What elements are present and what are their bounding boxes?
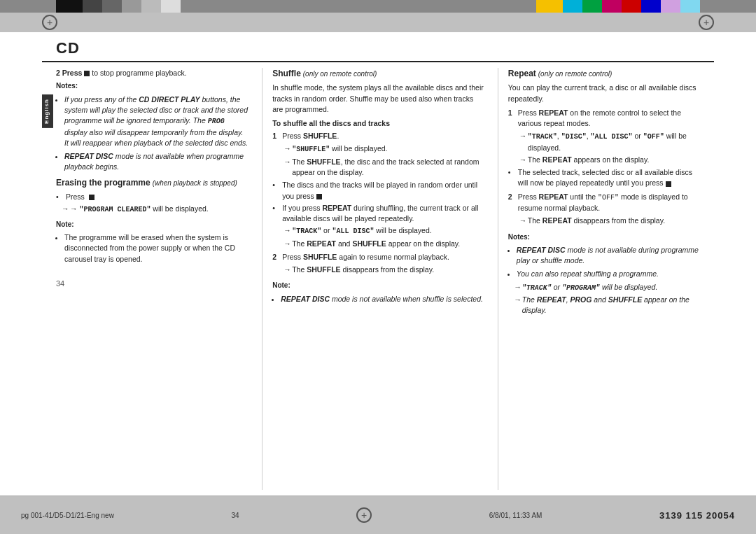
shuffle-bullet1: • The discs and the tracks will be playe… bbox=[272, 180, 484, 201]
repeat-title: Repeat bbox=[508, 69, 536, 78]
registration-area bbox=[0, 13, 756, 32]
repeat-note-2: You can also repeat shuffling a programm… bbox=[517, 269, 700, 279]
center-column: Shuffle (only on remote control) In shuf… bbox=[262, 68, 484, 490]
footer-product-code: 3139 115 20054 bbox=[659, 510, 735, 521]
shuffle-title: Shuffle bbox=[272, 69, 301, 78]
left-column: 2 Press to stop programme playback. Note… bbox=[56, 68, 248, 490]
erasing-subtitle: (when playback is stopped) bbox=[153, 179, 237, 187]
arrow-repeat-disappears: → The REPEAT disappears from the display… bbox=[519, 216, 700, 226]
color-bars bbox=[536, 0, 700, 13]
repeat-step2-arrow: → The REPEAT disappears from the display… bbox=[519, 216, 700, 226]
stop-icon-4 bbox=[666, 181, 671, 187]
repeat-step1: 1 Press REPEAT on the remote control to … bbox=[508, 108, 700, 129]
erasing-note-1: The programme will be erased when the sy… bbox=[64, 232, 248, 265]
black-bar bbox=[56, 0, 83, 13]
erasing-section: Erasing the programme (when playback is … bbox=[56, 177, 248, 265]
notes-label: Notes: bbox=[56, 81, 248, 92]
arrow-track-disc-alldisc: → "TRACK", "DISC", "ALL DISC" or "OFF" w… bbox=[519, 131, 700, 153]
erasing-bullet: • Press bbox=[56, 192, 248, 202]
footer-reg-mark: + bbox=[356, 507, 372, 523]
light-purple-bar bbox=[661, 0, 680, 13]
cyan-bar bbox=[563, 0, 582, 13]
note-label: Note: bbox=[56, 220, 248, 230]
shuffle-subtitle: (only on remote control) bbox=[303, 70, 377, 78]
shuffle-bullet2: • If you press REPEAT during shuffling, … bbox=[272, 203, 484, 224]
footer-bar: pg 001-41/D5-D1/21-Eng new 34 + 6/8/01, … bbox=[0, 496, 756, 534]
stop-icon-3 bbox=[316, 194, 322, 199]
red-bar bbox=[622, 0, 641, 13]
repeat-notes: Notes: REPEAT DISC mode is not available… bbox=[508, 232, 700, 316]
press2-line: 2 Press to stop programme playback. bbox=[56, 68, 248, 78]
shuffle-note: Note: REPEAT DISC mode is not available … bbox=[272, 281, 484, 304]
note-2: REPEAT DISC mode is not available when p… bbox=[64, 151, 248, 172]
repeat-step1-arrows: → "TRACK", "DISC", "ALL DISC" or "OFF" w… bbox=[519, 131, 700, 165]
arrow-shuffle-disc-track: → The SHUFFLE, the disc and the track se… bbox=[284, 157, 484, 178]
program-cleared-arrow: → "PROGRAM CLEARED" will be displayed. bbox=[70, 204, 248, 216]
erasing-title-line: Erasing the programme (when playback is … bbox=[56, 177, 248, 189]
mid-gray-bar bbox=[102, 0, 122, 13]
press-label: Press bbox=[66, 192, 85, 201]
shuffle-repeat-arrows: → "TRACK" or "ALL DISC" will be displaye… bbox=[284, 225, 484, 249]
arrow-repeat-prog-shuffle: → The REPEAT, PROG and SHUFFLE appear on… bbox=[514, 295, 700, 316]
stop-icon-1 bbox=[84, 71, 90, 76]
reg-mark-left bbox=[42, 15, 57, 30]
page-number-left: 34 bbox=[56, 279, 248, 290]
dark-gray-bar bbox=[83, 0, 102, 13]
press2-text: to stop programme playback. bbox=[92, 69, 186, 77]
repeat-note-arrows: → "TRACK" or "PROGRAM" will be displayed… bbox=[514, 282, 700, 316]
erasing-title: Erasing the programme bbox=[56, 178, 150, 188]
page-title: CD bbox=[56, 39, 80, 57]
main-content: CD 2 Press to stop programme playback. N… bbox=[0, 32, 756, 496]
repeat-notes-list: REPEAT DISC mode is not available during… bbox=[517, 245, 700, 279]
language-tab: English bbox=[42, 94, 53, 128]
repeat-subtitle: (only on remote control) bbox=[538, 70, 612, 78]
arrow-repeat-shuffle-appear: → The REPEAT and SHUFFLE appear on the d… bbox=[284, 239, 484, 249]
light-cyan-bar bbox=[680, 0, 700, 13]
shuffle-step2-arrow: → The SHUFFLE disappears from the displa… bbox=[284, 265, 484, 275]
arrow-track-all-disc: → "TRACK" or "ALL DISC" will be displaye… bbox=[284, 225, 484, 237]
yellow-bar bbox=[536, 0, 563, 13]
lighter-gray-bar bbox=[141, 0, 161, 13]
magenta-bar bbox=[602, 0, 622, 13]
arrow-shuffle-displayed: → "SHUFFLE" will be displayed. bbox=[284, 143, 484, 155]
stop-icon-2 bbox=[89, 195, 94, 200]
footer-left-text: pg 001-41/D5-D1/21-Eng new bbox=[21, 512, 114, 519]
note-1: If you press any of the CD DIRECT PLAY b… bbox=[64, 94, 248, 148]
shuffle-step1: 1 Press SHUFFLE. bbox=[272, 131, 484, 141]
repeat-notes-label: Notes: bbox=[508, 232, 700, 243]
shuffle-note-list: REPEAT DISC mode is not available when s… bbox=[281, 294, 484, 304]
shuffle-step1-arrows: → "SHUFFLE" will be displayed. → The SHU… bbox=[284, 143, 484, 178]
shuffle-title-line: Shuffle (only on remote control) bbox=[272, 68, 484, 80]
cd-header: CD bbox=[42, 32, 714, 62]
repeat-bullet1: • The selected track, selected disc or a… bbox=[508, 167, 700, 188]
shuffle-note-label: Note: bbox=[272, 281, 484, 291]
erasing-notes: The programme will be erased when the sy… bbox=[64, 232, 248, 265]
notes-list: If you press any of the CD DIRECT PLAY b… bbox=[64, 94, 248, 173]
shuffle-step2: 2 Press SHUFFLE again to resume normal p… bbox=[272, 252, 484, 262]
to-shuffle-title: To shuffle all the discs and tracks bbox=[272, 118, 484, 129]
reg-mark-right bbox=[699, 15, 714, 30]
light-gray-bar bbox=[122, 0, 141, 13]
arrow-shuffle-disappears: → The SHUFFLE disappears from the displa… bbox=[284, 265, 484, 275]
footer-center-page: 34 bbox=[231, 512, 239, 519]
repeat-note-1: REPEAT DISC mode is not available during… bbox=[517, 245, 700, 266]
right-column: Repeat (only on remote control) You can … bbox=[498, 68, 700, 490]
press2-num: 2 Press bbox=[56, 69, 82, 77]
repeat-intro: You can play the current track, a disc o… bbox=[508, 83, 700, 104]
green-bar bbox=[582, 0, 602, 13]
repeat-title-line: Repeat (only on remote control) bbox=[508, 68, 700, 80]
grayscale-bars bbox=[56, 0, 181, 13]
arrow-track-program: → "TRACK" or "PROGRAM" will be displayed… bbox=[514, 282, 700, 294]
shuffle-note-1: REPEAT DISC mode is not available when s… bbox=[281, 294, 484, 304]
blue-bar bbox=[641, 0, 661, 13]
content-columns: 2 Press to stop programme playback. Note… bbox=[0, 62, 756, 496]
white-bar bbox=[161, 0, 181, 13]
shuffle-intro: In shuffle mode, the system plays all th… bbox=[272, 83, 484, 115]
arrow-repeat-appears: → The REPEAT appears on the display. bbox=[519, 155, 700, 165]
top-color-bar bbox=[0, 0, 756, 13]
repeat-step2: 2 Press REPEAT until the "OFF" mode is d… bbox=[508, 192, 700, 214]
footer-datetime: 6/8/01, 11:33 AM bbox=[489, 512, 542, 519]
